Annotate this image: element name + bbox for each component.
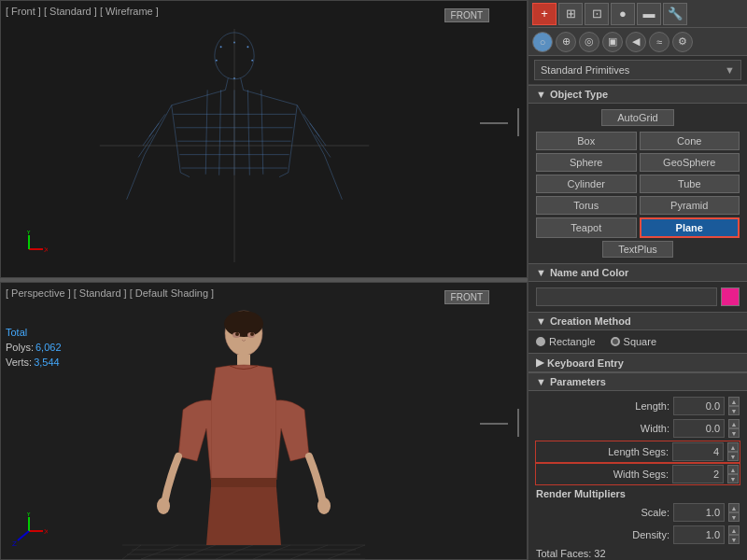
- primitive-buttons-grid: Box Cone Sphere GeoSphere Cylinder Tube …: [536, 132, 740, 238]
- pyramid-button[interactable]: Pyramid: [640, 196, 740, 215]
- svg-point-59: [157, 497, 170, 514]
- torus-button[interactable]: Torus: [536, 196, 637, 215]
- display-button[interactable]: ▬: [637, 3, 661, 25]
- svg-line-9: [145, 105, 172, 155]
- object-type-arrow: ▼: [536, 89, 546, 100]
- polys-value: 6,062: [35, 342, 62, 353]
- geosphere-button[interactable]: GeoSphere: [640, 153, 740, 172]
- length-up[interactable]: ▲: [728, 397, 740, 406]
- scale-input[interactable]: [673, 503, 725, 522]
- hierarchy-button[interactable]: ⊡: [585, 3, 609, 25]
- motion-button[interactable]: ●: [611, 3, 635, 25]
- name-input[interactable]: [536, 287, 717, 306]
- scale-row: Scale: ▲ ▼: [536, 503, 740, 522]
- utilities-button[interactable]: 🔧: [663, 3, 687, 25]
- square-option[interactable]: Square: [611, 336, 656, 347]
- svg-point-32: [251, 60, 253, 62]
- length-segs-down[interactable]: ▼: [727, 452, 739, 461]
- svg-line-45: [216, 545, 253, 559]
- box-button[interactable]: Box: [536, 132, 637, 150]
- length-segs-row: Length Segs: ▲ ▼: [536, 441, 740, 462]
- svg-text:X: X: [44, 527, 48, 536]
- creation-method-header[interactable]: ▼ Creation Method: [529, 312, 747, 330]
- width-segs-input[interactable]: [672, 465, 724, 483]
- creation-radio-row: Rectangle Square: [536, 336, 740, 347]
- scale-down[interactable]: ▼: [728, 512, 740, 522]
- autogrid-button[interactable]: AutoGrid: [601, 109, 673, 126]
- rectangle-option[interactable]: Rectangle: [536, 336, 596, 347]
- axis-indicator-bottom: X Y Z: [10, 512, 48, 550]
- perspective-badge: FRONT: [444, 290, 489, 304]
- viewport-perspective[interactable]: [ Perspective ] [ Standard ] [ Default S…: [0, 282, 528, 560]
- systems-button[interactable]: ⚙: [672, 32, 693, 52]
- textplus-button[interactable]: TextPlus: [602, 241, 673, 258]
- viewport-front[interactable]: [ Front ] [ Standard ] [ Wireframe ] FRO…: [0, 0, 528, 278]
- toolbar-row-2: ○ ⊕ ◎ ▣ ◀ ≈ ⚙: [529, 28, 747, 56]
- render-mult-label: Render Multipliers: [536, 488, 740, 499]
- density-up[interactable]: ▲: [728, 525, 740, 535]
- viewport-perspective-label: [ Perspective ] [ Standard ] [ Default S…: [6, 287, 214, 299]
- cameras-button[interactable]: ▣: [602, 32, 623, 52]
- length-segs-label: Length Segs:: [608, 446, 669, 457]
- length-segs-up[interactable]: ▲: [727, 442, 739, 452]
- parameters-label: Parameters: [550, 376, 606, 387]
- modify-button[interactable]: ⊞: [558, 3, 583, 25]
- svg-line-10: [297, 105, 324, 155]
- category-dropdown[interactable]: Standard Primitives ▼: [534, 60, 741, 80]
- length-segs-input[interactable]: [672, 442, 724, 461]
- spacewarps-button[interactable]: ≈: [649, 32, 669, 52]
- verts-v: V: [6, 357, 12, 368]
- svg-text:X: X: [44, 245, 48, 254]
- rectangle-radio[interactable]: [536, 337, 545, 346]
- parameters-arrow: ▼: [536, 376, 546, 387]
- density-input[interactable]: [673, 525, 725, 544]
- length-segs-spinner: ▲ ▼: [727, 442, 739, 461]
- cone-button[interactable]: Cone: [640, 132, 740, 150]
- viewport-front-label: [ Front ] [ Standard ] [ Wireframe ]: [6, 6, 159, 17]
- scale-up[interactable]: ▲: [728, 503, 740, 512]
- tube-button[interactable]: Tube: [640, 175, 740, 193]
- svg-text:Y: Y: [26, 231, 32, 236]
- color-swatch[interactable]: [721, 287, 740, 306]
- polys-label: olys:: [12, 342, 34, 353]
- width-segs-up[interactable]: ▲: [727, 465, 739, 474]
- width-down[interactable]: ▼: [728, 428, 740, 438]
- density-down[interactable]: ▼: [728, 535, 740, 544]
- character-figure: [122, 307, 365, 559]
- geometry-button[interactable]: ○: [532, 32, 553, 52]
- square-radio[interactable]: [611, 337, 620, 346]
- parameters-header[interactable]: ▼ Parameters: [529, 372, 747, 391]
- panel-content: ▼ Object Type AutoGrid Box Cone Sphere G…: [529, 85, 747, 560]
- teapot-button[interactable]: Teapot: [536, 217, 637, 238]
- name-color-content: [529, 282, 747, 312]
- total-faces: Total Faces: 32: [536, 548, 740, 559]
- rotation-handle-v: [517, 108, 519, 136]
- width-up[interactable]: ▲: [728, 419, 740, 428]
- svg-line-66: [18, 531, 29, 540]
- shapes-button[interactable]: ⊕: [556, 32, 576, 52]
- width-segs-down[interactable]: ▼: [727, 474, 739, 483]
- helpers-button[interactable]: ◀: [626, 32, 646, 52]
- svg-line-8: [279, 173, 289, 177]
- create-button[interactable]: +: [532, 3, 557, 25]
- length-input[interactable]: [673, 397, 725, 415]
- width-input[interactable]: [673, 419, 725, 438]
- name-color-header[interactable]: ▼ Name and Color: [529, 263, 747, 282]
- autogrid-row: AutoGrid: [536, 109, 740, 126]
- object-type-header[interactable]: ▼ Object Type: [529, 85, 747, 104]
- width-segs-spinner: ▲ ▼: [727, 465, 739, 483]
- svg-line-24: [143, 123, 159, 146]
- sphere-button[interactable]: Sphere: [536, 153, 637, 172]
- length-down[interactable]: ▼: [728, 406, 740, 415]
- svg-point-57: [250, 332, 254, 336]
- verts-label: erts:: [12, 357, 32, 368]
- keyboard-entry-header[interactable]: ▶ Keyboard Entry: [529, 353, 747, 372]
- svg-line-21: [247, 90, 249, 175]
- lights-button[interactable]: ◎: [579, 32, 599, 52]
- object-type-label: Object Type: [550, 89, 608, 100]
- svg-point-53: [224, 311, 263, 337]
- cylinder-button[interactable]: Cylinder: [536, 175, 637, 193]
- right-panel: + ⊞ ⊡ ● ▬ 🔧 ○ ⊕ ◎ ▣ ◀ ≈ ⚙ Standard Primi…: [528, 0, 747, 560]
- plane-button[interactable]: Plane: [640, 217, 740, 238]
- svg-point-29: [220, 46, 222, 48]
